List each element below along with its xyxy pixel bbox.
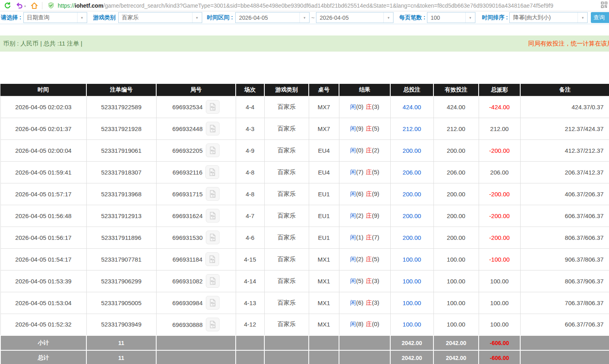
- table-code: MX1: [309, 270, 339, 292]
- subtotal-total-bet: 2042.00: [390, 335, 433, 350]
- reload-icon-svg: [4, 2, 11, 9]
- toolbar-divider: [42, 2, 42, 9]
- banker-result-points: (3): [372, 103, 379, 110]
- select-mode-dropdown[interactable]: 日期查询 ▾: [23, 12, 87, 23]
- video-replay-button[interactable]: [206, 318, 220, 331]
- empty-cell: [156, 350, 236, 364]
- video-icon: [209, 125, 217, 133]
- total-bet-link[interactable]: 424.00: [403, 104, 421, 110]
- url-bar[interactable]: https://iohetf.com/game/betrecord_search…: [46, 1, 609, 10]
- payout: -200.00: [479, 183, 520, 205]
- total-bet-link[interactable]: 206.00: [403, 169, 421, 176]
- remark: 412.37/212.37: [520, 139, 609, 161]
- session: 4-13: [236, 292, 264, 314]
- table-row: 2026-04-05 01:54:17 523317907781 6969311…: [0, 248, 609, 270]
- banker-result-points: (5): [372, 125, 379, 132]
- result-cell: 闲(5)庄(3): [339, 270, 390, 292]
- header-remark: 备注: [520, 84, 609, 96]
- game-type: 百家乐: [264, 292, 309, 314]
- player-result-points: (6): [356, 190, 363, 197]
- header-bet-id: 注单编号: [86, 84, 156, 96]
- home-icon-svg: [30, 2, 38, 10]
- valid-bet: 100.00: [433, 314, 479, 335]
- total-bet-link[interactable]: 200.00: [403, 234, 421, 241]
- empty-cell: [264, 335, 309, 350]
- valid-bet: 200.00: [433, 227, 479, 248]
- valid-bet: 200.00: [433, 183, 479, 205]
- home-icon[interactable]: [30, 1, 39, 10]
- bet-records-table: 时间 注单编号 局号 场次 游戏类别 桌号 结果 总投注 有效投注 总派彩 备注…: [0, 84, 609, 364]
- player-result-label: 闲: [350, 299, 356, 306]
- payout: 100.00: [479, 314, 520, 335]
- total-total-bet: 2042.00: [390, 350, 433, 364]
- table-footer: 小计 11 2042.00 2042.00 -606.00 总计 11: [0, 335, 609, 364]
- player-result-points: (1): [356, 234, 363, 241]
- back-icon[interactable]: [15, 1, 23, 10]
- video-replay-button[interactable]: [206, 187, 220, 201]
- player-result-label: 闲: [350, 234, 356, 241]
- player-result-points: (2): [356, 256, 363, 262]
- video-replay-button[interactable]: [206, 296, 220, 310]
- video-replay-button[interactable]: [206, 231, 220, 244]
- back-history-caret-icon[interactable]: ▾: [24, 4, 26, 8]
- total-bet-link[interactable]: 200.00: [403, 212, 421, 219]
- total-bet-link[interactable]: 100.00: [403, 300, 421, 306]
- video-replay-button[interactable]: [206, 144, 220, 157]
- browser-window: ▾ https://iohetf.com/game/betrecord_sear…: [0, 0, 609, 364]
- video-replay-button[interactable]: [206, 209, 220, 223]
- shield-icon-svg: [48, 2, 54, 9]
- total-bet-link[interactable]: 100.00: [403, 278, 421, 285]
- total-bet-link[interactable]: 100.00: [403, 321, 421, 328]
- session: 4-12: [236, 314, 264, 335]
- browser-toolbar: ▾ https://iohetf.com/game/betrecord_sear…: [0, 0, 609, 11]
- video-icon: [209, 320, 217, 329]
- video-icon: [208, 168, 216, 176]
- chevron-down-icon: ▾: [192, 12, 202, 23]
- video-icon: [209, 103, 217, 111]
- remark: 606.37/706.37: [520, 314, 609, 335]
- total-bet-link[interactable]: 200.00: [403, 191, 421, 198]
- empty-cell: [520, 335, 609, 350]
- security-shield-icon[interactable]: [46, 1, 55, 10]
- date-to-input[interactable]: 2026-04-05 ▾: [316, 12, 393, 23]
- round-cell: 696931624: [156, 205, 236, 227]
- round-cell: 696931184: [156, 248, 236, 270]
- video-replay-button[interactable]: [205, 165, 219, 179]
- url-host: iohetf.com: [75, 2, 103, 9]
- bet-time: 2026-04-05 01:57:17: [0, 183, 86, 205]
- video-replay-button[interactable]: [206, 274, 220, 288]
- game-type-dropdown[interactable]: 百家乐 ▾: [118, 12, 202, 23]
- empty-cell: [264, 350, 309, 364]
- game-type: 百家乐: [264, 248, 309, 270]
- banker-result-points: (0): [372, 320, 379, 327]
- payout: 206.00: [479, 161, 520, 183]
- empty-cell: [339, 335, 390, 350]
- round-cell: 696931082: [156, 270, 236, 292]
- page-size-label: 每页笔数 :: [399, 14, 425, 21]
- sort-order-dropdown[interactable]: 降幂(由大到小) ▾: [509, 12, 588, 23]
- total-bet-link[interactable]: 212.00: [403, 125, 421, 132]
- round-id: 696931530: [172, 234, 203, 241]
- select-mode-label: 请选择 :: [1, 14, 21, 21]
- video-replay-button[interactable]: [205, 252, 219, 266]
- game-type: 百家乐: [264, 161, 309, 183]
- total-bet-cell: 200.00: [390, 205, 433, 227]
- remark: 806.37/906.37: [520, 270, 609, 292]
- total-bet-cell: 424.00: [390, 96, 433, 118]
- total-bet-link[interactable]: 200.00: [403, 147, 421, 154]
- video-replay-button[interactable]: [206, 100, 220, 114]
- reload-icon[interactable]: [3, 1, 12, 10]
- banker-result-points: (9): [372, 190, 379, 197]
- video-icon: [209, 233, 217, 241]
- page-size-dropdown[interactable]: 100 ▾: [427, 12, 475, 23]
- round-id: 696932205: [172, 147, 203, 154]
- search-button[interactable]: 查询: [591, 12, 609, 23]
- total-bet-link[interactable]: 100.00: [403, 256, 421, 263]
- result-cell: 闲(6)庄(3): [339, 292, 390, 314]
- date-from-input[interactable]: 2026-04-05 ▾: [235, 12, 310, 23]
- qr-code-icon[interactable]: [601, 2, 607, 9]
- video-replay-button[interactable]: [206, 122, 220, 135]
- banker-result-label: 庄: [366, 256, 372, 262]
- total-bet-cell: 200.00: [390, 227, 433, 248]
- result-cell: 闲(2)庄(9): [339, 205, 390, 227]
